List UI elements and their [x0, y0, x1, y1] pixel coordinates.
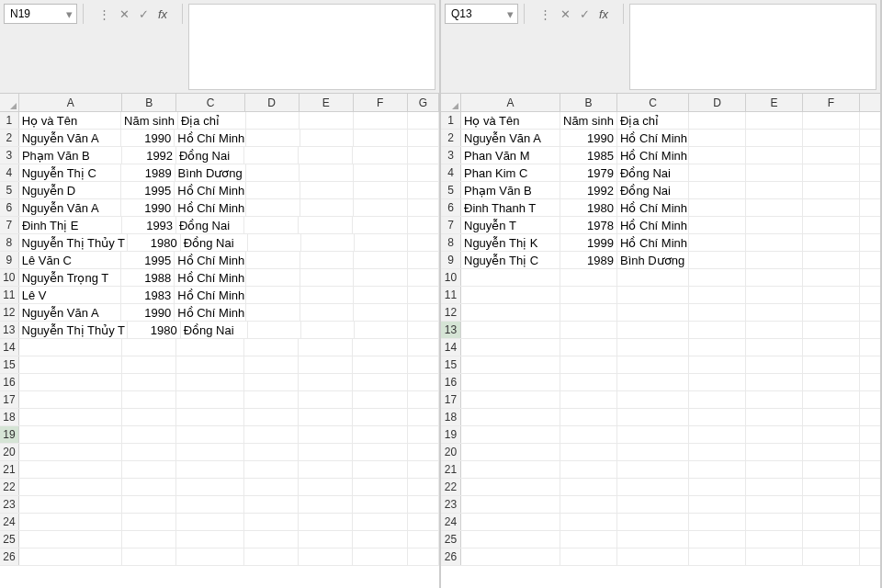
row-header-9[interactable]: 9: [0, 252, 19, 268]
cell-A20[interactable]: [461, 444, 560, 460]
cell-D25[interactable]: [244, 531, 299, 548]
row-header-2[interactable]: 2: [441, 130, 461, 146]
cell-F10[interactable]: [354, 269, 408, 286]
cell-F15[interactable]: [803, 356, 860, 373]
namebox-dropdown-icon[interactable]: ▾: [62, 6, 75, 21]
grid-body[interactable]: 1Họ và TênNăm sinhĐịa chỉ2Nguyễn Văn A19…: [0, 112, 439, 588]
cell-E10[interactable]: [746, 269, 803, 286]
row-header-26[interactable]: 26: [441, 548, 461, 565]
cell-E10[interactable]: [300, 269, 355, 286]
cell-E9[interactable]: [746, 252, 803, 268]
cell-B23[interactable]: [122, 496, 176, 513]
cell-C25[interactable]: [617, 531, 689, 548]
cell-C17[interactable]: [617, 391, 689, 408]
cell-A7[interactable]: Đinh Thị E: [19, 217, 122, 233]
cell-G16[interactable]: [408, 374, 439, 390]
cell-G8[interactable]: [408, 234, 439, 251]
cell-B21[interactable]: [560, 461, 617, 478]
cell-C21[interactable]: [176, 461, 244, 478]
row-header-5[interactable]: 5: [0, 182, 19, 198]
cell-B6[interactable]: 1990: [121, 199, 175, 216]
row-header-3[interactable]: 3: [441, 147, 461, 164]
cell-B24[interactable]: [560, 514, 617, 530]
cell-B9[interactable]: 1995: [121, 252, 175, 268]
cell-D6[interactable]: [689, 199, 746, 216]
cell-C5[interactable]: Đồng Nai: [617, 182, 689, 198]
row-header-6[interactable]: 6: [0, 199, 19, 216]
cell-A17[interactable]: [461, 391, 560, 408]
row-header-25[interactable]: 25: [0, 531, 19, 548]
cell-C7[interactable]: Hồ Chí Minh: [617, 217, 689, 233]
cell-C23[interactable]: [617, 496, 689, 513]
cell-E4[interactable]: [746, 164, 803, 181]
cell-E3[interactable]: [746, 147, 803, 164]
cell-D10[interactable]: [246, 269, 300, 286]
cell-D24[interactable]: [244, 514, 299, 530]
cell-D15[interactable]: [244, 356, 299, 373]
column-header-E[interactable]: E: [300, 94, 354, 111]
confirm-icon[interactable]: ✓: [580, 7, 590, 21]
cell-E21[interactable]: [746, 461, 803, 478]
cell-D14[interactable]: [689, 339, 746, 356]
cell-E25[interactable]: [299, 531, 353, 548]
cell-C6[interactable]: Hồ Chí Minh: [175, 199, 246, 216]
cell-A12[interactable]: [461, 304, 560, 321]
cell-C2[interactable]: Hồ Chí Minh: [175, 130, 246, 146]
cell-A19[interactable]: [461, 426, 560, 443]
cell-B20[interactable]: [122, 444, 176, 460]
cell-A17[interactable]: [19, 391, 122, 408]
row-header-21[interactable]: 21: [0, 461, 19, 478]
cell-E17[interactable]: [746, 391, 803, 408]
cell-B14[interactable]: [122, 339, 176, 356]
cell-B7[interactable]: 1993: [122, 217, 176, 233]
cell-B4[interactable]: 1979: [560, 164, 617, 181]
cell-E18[interactable]: [299, 409, 353, 425]
cell-G17[interactable]: [408, 391, 439, 408]
cell-C20[interactable]: [617, 444, 689, 460]
row-header-13[interactable]: 13: [0, 322, 19, 338]
cell-F11[interactable]: [803, 287, 860, 303]
cell-D26[interactable]: [244, 548, 299, 565]
cell-C14[interactable]: [176, 339, 244, 356]
cell-E11[interactable]: [746, 287, 803, 303]
cell-B3[interactable]: 1992: [122, 147, 176, 164]
cell-G2[interactable]: [408, 130, 439, 146]
cell-B19[interactable]: [122, 426, 176, 443]
cell-D16[interactable]: [244, 374, 299, 390]
row-header-21[interactable]: 21: [441, 461, 461, 478]
cell-E23[interactable]: [299, 496, 353, 513]
cell-B18[interactable]: [122, 409, 176, 425]
cell-B5[interactable]: 1992: [560, 182, 617, 198]
cell-B15[interactable]: [122, 356, 176, 373]
cell-B2[interactable]: 1990: [560, 130, 617, 146]
row-header-24[interactable]: 24: [441, 514, 461, 530]
cell-E6[interactable]: [746, 199, 803, 216]
cell-E18[interactable]: [746, 409, 803, 425]
cell-B26[interactable]: [122, 548, 176, 565]
cell-C4[interactable]: Bình Dương: [175, 164, 246, 181]
cell-E4[interactable]: [300, 164, 354, 181]
row-header-7[interactable]: 7: [0, 217, 19, 233]
cell-F9[interactable]: [803, 252, 860, 268]
cell-F22[interactable]: [803, 479, 860, 495]
cell-C24[interactable]: [617, 514, 689, 530]
cell-F7[interactable]: [803, 217, 860, 233]
cell-D6[interactable]: [246, 199, 300, 216]
cell-E26[interactable]: [746, 548, 803, 565]
cell-F8[interactable]: [355, 234, 408, 251]
cell-C7[interactable]: Đồng Nai: [176, 217, 244, 233]
cell-C11[interactable]: [617, 287, 689, 303]
cell-D5[interactable]: [246, 182, 300, 198]
cell-A8[interactable]: Nguyễn Thị Thủy T: [19, 234, 128, 251]
cell-G10[interactable]: [408, 269, 439, 286]
cell-A7[interactable]: Nguyễn T: [461, 217, 560, 233]
cell-F18[interactable]: [803, 409, 860, 425]
cell-D4[interactable]: [246, 164, 300, 181]
cell-G22[interactable]: [408, 479, 439, 495]
cell-F22[interactable]: [353, 479, 407, 495]
select-all-corner[interactable]: [0, 94, 19, 111]
cell-E9[interactable]: [300, 252, 355, 268]
row-header-4[interactable]: 4: [441, 164, 461, 181]
cell-B17[interactable]: [560, 391, 617, 408]
cell-C5[interactable]: Hồ Chí Minh: [175, 182, 246, 198]
